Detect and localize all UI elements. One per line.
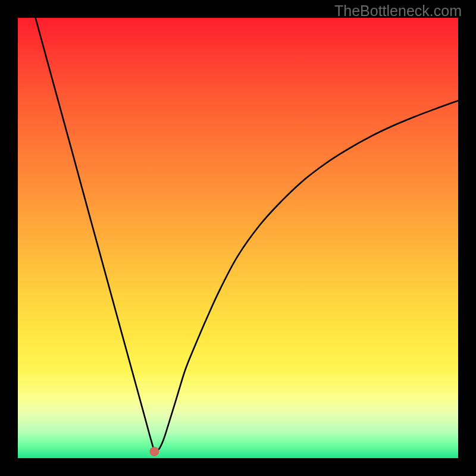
chart-frame: TheBottleneck.com <box>0 0 476 476</box>
plot-area <box>18 18 458 458</box>
bottleneck-curve <box>36 18 458 452</box>
curve-layer <box>18 18 458 458</box>
minimum-marker <box>149 447 159 456</box>
watermark-text: TheBottleneck.com <box>334 2 462 20</box>
